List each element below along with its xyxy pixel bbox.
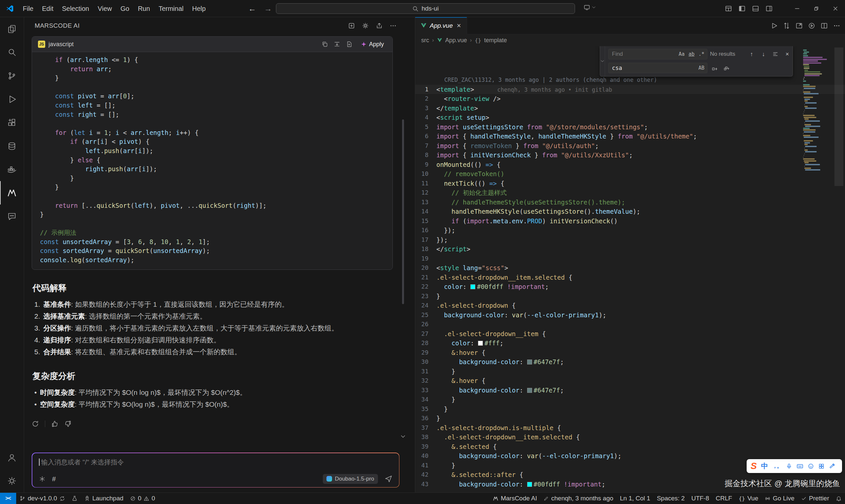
find-next-button[interactable]: ↓	[759, 50, 768, 59]
run-code-icon[interactable]	[770, 22, 778, 29]
eol-status[interactable]: CRLF	[712, 493, 735, 504]
menu-selection[interactable]: Selection	[58, 3, 93, 15]
apply-button[interactable]: Apply	[358, 40, 387, 49]
model-selector[interactable]: Doubao-1.5-pro	[323, 474, 377, 484]
split-editor-icon[interactable]	[821, 22, 828, 29]
breadcrumb-file[interactable]: App.vue	[445, 37, 467, 44]
breadcrumb-symbol[interactable]: template	[484, 37, 507, 44]
customize-layout-icon[interactable]	[725, 5, 732, 12]
activity-chat[interactable]	[0, 204, 24, 228]
send-icon[interactable]	[385, 475, 392, 483]
nav-back-icon[interactable]: ←	[248, 4, 256, 13]
toggle-sidebar-icon[interactable]	[738, 5, 746, 12]
beaker-status[interactable]	[68, 493, 81, 504]
scrollbar-thumb[interactable]	[834, 48, 843, 186]
problems-status[interactable]: 0 0	[127, 493, 158, 504]
activity-extensions[interactable]	[0, 111, 24, 134]
marscode-status[interactable]: MarsCode AI	[490, 493, 540, 504]
activity-explorer[interactable]	[0, 17, 24, 40]
copy-icon[interactable]	[321, 41, 328, 48]
editor-scrollbar[interactable]	[833, 46, 845, 492]
tab-close-icon[interactable]: ×	[456, 22, 462, 29]
editor-lines[interactable]: CRED_ZAC\11312, 3 months ago | 2 authors…	[415, 46, 845, 489]
wrench-icon[interactable]	[829, 463, 835, 469]
minimize-button[interactable]	[788, 0, 807, 17]
command-center-search[interactable]: hds-ui	[276, 3, 575, 14]
replace-all-button[interactable]	[722, 63, 731, 73]
chat-scrollbar[interactable]	[402, 120, 404, 304]
restore-button[interactable]	[807, 0, 826, 17]
grid-icon[interactable]	[818, 463, 825, 469]
chat-input[interactable]: 输入消息或者 "/" 来选择指令 # Doubao-1.5-pro	[32, 452, 399, 487]
toggle-panel-icon[interactable]	[752, 5, 759, 12]
whole-word-toggle[interactable]: ab	[687, 50, 696, 58]
find-previous-button[interactable]: ↑	[747, 50, 756, 59]
indentation-status[interactable]: Spaces: 2	[654, 493, 688, 504]
menu-edit[interactable]: Edit	[38, 3, 57, 15]
tab-app-vue[interactable]: App.vue ×	[415, 17, 467, 34]
remote-indicator[interactable]: ><	[0, 493, 16, 504]
launchpad-status[interactable]: Launchpad	[81, 493, 127, 504]
microphone-icon[interactable]	[786, 463, 792, 469]
menu-file[interactable]: File	[18, 3, 38, 15]
regex-toggle[interactable]: .*	[697, 50, 706, 58]
prettier-status[interactable]: Prettier	[798, 493, 832, 504]
open-preview-icon[interactable]	[795, 22, 803, 29]
chat-input-text[interactable]: 输入消息或者 "/" 来选择指令	[39, 458, 392, 467]
activity-run-debug[interactable]	[0, 87, 24, 111]
keyboard-icon[interactable]	[796, 463, 804, 470]
activity-marscode-ai[interactable]	[0, 181, 24, 204]
replace-input[interactable]: csa AB	[608, 63, 707, 73]
breadcrumb-src[interactable]: src	[421, 37, 429, 44]
sogou-logo-icon[interactable]: S	[751, 462, 757, 471]
activity-database[interactable]	[0, 134, 24, 158]
skills-icon[interactable]	[39, 475, 46, 482]
close-button[interactable]	[826, 0, 845, 17]
match-case-toggle[interactable]: Aa	[677, 50, 686, 58]
menu-terminal[interactable]: Terminal	[154, 3, 188, 15]
golive-status[interactable]: Go Live	[761, 493, 797, 504]
encoding-status[interactable]: UTF-8	[688, 493, 712, 504]
activity-docker[interactable]	[0, 158, 24, 181]
menu-go[interactable]: Go	[116, 3, 134, 15]
thumbs-down-icon[interactable]	[64, 420, 72, 428]
toggle-replace-button[interactable]	[600, 46, 605, 76]
find-input[interactable]: Find Aa ab .*	[608, 49, 707, 59]
compare-changes-icon[interactable]	[783, 22, 790, 29]
menu-run[interactable]: Run	[134, 3, 155, 15]
panel-settings-icon[interactable]	[362, 22, 369, 29]
new-file-icon[interactable]	[346, 41, 353, 48]
insert-at-cursor-icon[interactable]	[334, 41, 340, 48]
settings-gear-icon[interactable]	[0, 469, 24, 492]
ime-punctuation-icon[interactable]: ，。	[772, 463, 781, 470]
new-chat-icon[interactable]	[348, 22, 355, 29]
menu-view[interactable]: View	[93, 3, 116, 15]
more-icon[interactable]	[389, 22, 397, 29]
nav-forward-icon[interactable]: →	[264, 4, 272, 13]
regenerate-icon[interactable]	[32, 420, 39, 428]
find-in-selection-button[interactable]	[771, 50, 780, 59]
remote-window-icon[interactable]	[584, 4, 596, 11]
toggle-secondary-sidebar-icon[interactable]	[765, 5, 773, 12]
thumbs-up-icon[interactable]	[51, 420, 58, 428]
emoji-icon[interactable]	[808, 463, 814, 469]
minimap[interactable]	[803, 50, 833, 171]
cursor-position[interactable]: Ln 1, Col 1	[617, 493, 654, 504]
more-actions-icon[interactable]	[833, 22, 840, 29]
export-icon[interactable]	[376, 22, 383, 29]
scroll-to-bottom-icon[interactable]	[400, 433, 406, 439]
ime-toolbar[interactable]: S 中 ，。	[746, 459, 842, 473]
menu-help[interactable]: Help	[188, 3, 210, 15]
activity-source-control[interactable]	[0, 64, 24, 87]
notifications-bell[interactable]	[832, 493, 845, 504]
branch-status[interactable]: dev-v1.0.0	[16, 493, 68, 504]
account-icon[interactable]	[0, 446, 24, 469]
language-status[interactable]: {} Vue	[735, 493, 761, 504]
ime-mode-chinese[interactable]: 中	[761, 462, 768, 471]
run-circle-icon[interactable]	[808, 22, 815, 29]
activity-search[interactable]	[0, 40, 24, 64]
context-hash-icon[interactable]: #	[52, 475, 56, 483]
blame-status[interactable]: chenqh, 3 months ago	[540, 493, 617, 504]
find-close-button[interactable]: ×	[782, 50, 792, 59]
preserve-case-toggle[interactable]: AB	[697, 64, 706, 72]
